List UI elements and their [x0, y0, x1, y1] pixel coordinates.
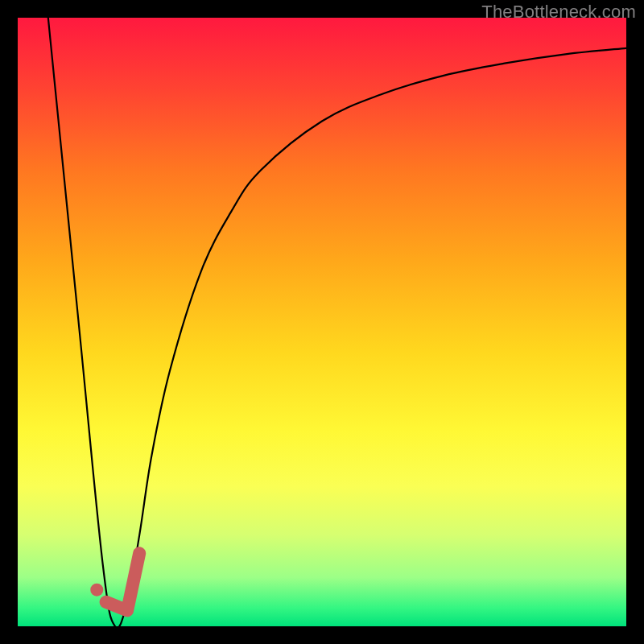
- j-marker-stroke: [106, 553, 140, 610]
- bottleneck-curve: [48, 18, 626, 626]
- chart-area: [18, 18, 626, 626]
- bottleneck-plot: [18, 18, 626, 626]
- j-marker-dot: [90, 584, 103, 597]
- watermark-text: TheBottleneck.com: [481, 2, 636, 23]
